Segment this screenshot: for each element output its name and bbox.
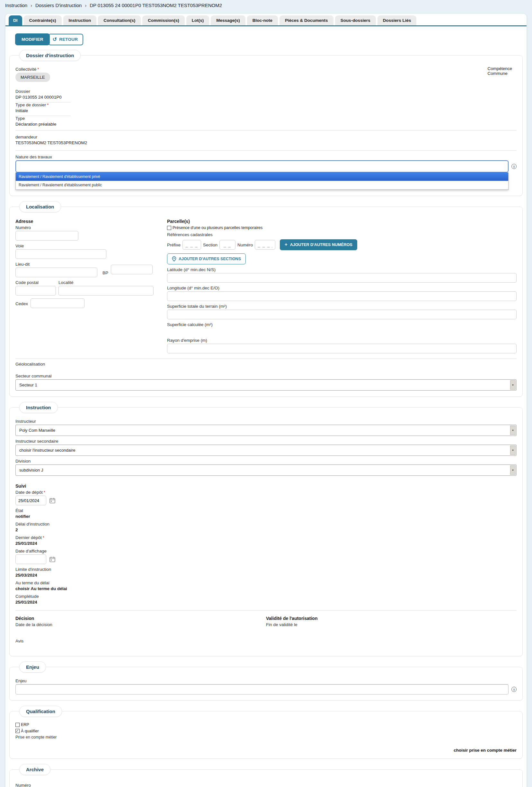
tab-lots[interactable]: Lot(s) xyxy=(186,16,210,25)
numero-input[interactable] xyxy=(16,231,78,240)
chevron-down-icon[interactable] xyxy=(510,446,516,455)
longitude-label: Longitude (d° min.dec E/O) xyxy=(167,285,516,291)
tab-dossiers-lies[interactable]: Dossiers Liés xyxy=(378,16,417,25)
chevron-down-icon[interactable] xyxy=(510,426,516,435)
lieu-dit-label: Lieu-dit xyxy=(16,262,97,267)
fieldset-enjeu-legend: Enjeu xyxy=(19,661,46,673)
modifier-button[interactable]: MODIFIER xyxy=(15,34,50,45)
fieldset-qualification: Qualification ERP À qualifier Prise en c… xyxy=(9,706,523,759)
parcelles-temporaires-checkbox[interactable] xyxy=(167,226,171,230)
latitude-label: Latitude (d° min.dec N/S) xyxy=(167,267,516,272)
delai-instruction-value: 2 xyxy=(16,528,516,532)
erp-checkbox[interactable] xyxy=(16,723,20,727)
date-affichage-label: Date d'affichage xyxy=(16,549,516,553)
tab-commissions[interactable]: Commission(s) xyxy=(142,16,185,25)
date-affichage-input[interactable] xyxy=(16,554,46,564)
nature-travaux-suggestions: Ravalement / Ravalement d'établissement … xyxy=(16,172,509,190)
localite-input[interactable] xyxy=(59,286,153,296)
rayon-emprise-input[interactable] xyxy=(167,344,516,353)
undo-icon xyxy=(53,37,57,42)
section-input[interactable] xyxy=(219,240,235,250)
latitude-input[interactable] xyxy=(167,273,516,283)
cedex-input[interactable] xyxy=(30,298,85,308)
instructeur-secondaire-select[interactable]: choisir l'instructeur secondaire xyxy=(16,445,516,456)
demandeur-label: demandeur xyxy=(16,134,516,140)
type-value: Déclaration préalable xyxy=(16,122,516,127)
etat-label: État xyxy=(16,508,516,513)
fieldset-archive: Archive Numéro xyxy=(9,764,523,787)
tab-contraintes[interactable]: Contrainte(s) xyxy=(24,16,62,25)
instructeur-select[interactable]: Poly Com Marseille xyxy=(16,425,516,436)
retour-button[interactable]: RETOUR xyxy=(48,34,84,45)
references-cadastrales-label: Références cadastrales xyxy=(167,232,516,237)
secteur-communal-select[interactable]: Secteur 1 xyxy=(16,379,516,390)
type-dossier-label: Type de dossier* xyxy=(16,103,516,107)
competence-label: Compétence xyxy=(487,66,512,71)
date-decision-label: Date de la décision xyxy=(16,622,266,627)
breadcrumb-item-instruction[interactable]: Instruction xyxy=(5,3,27,8)
collectivite-value-badge: MARSEILLE xyxy=(16,72,50,82)
tab-bar: DI Contrainte(s) Instruction Consultatio… xyxy=(5,14,527,26)
division-select[interactable]: subdivision J xyxy=(16,465,516,476)
ajouter-numeros-button[interactable]: AJOUTER D'AUTRES NUMÉROS xyxy=(280,239,357,250)
prefixe-input[interactable] xyxy=(183,240,201,250)
tab-messages[interactable]: Message(s) xyxy=(211,16,246,25)
superficie-totale-input[interactable] xyxy=(167,310,516,319)
chevron-down-icon[interactable] xyxy=(510,465,516,475)
prefixe-label: Préfixe xyxy=(167,242,180,247)
tab-instruction[interactable]: Instruction xyxy=(63,16,97,25)
fieldset-localisation-legend: Localisation xyxy=(19,201,61,212)
calendar-icon[interactable] xyxy=(49,556,56,562)
info-icon[interactable] xyxy=(511,687,516,692)
a-qualifier-row: À qualifier xyxy=(16,728,516,734)
calendar-icon[interactable] xyxy=(49,497,56,504)
voie-label: Voie xyxy=(16,243,161,248)
lieu-dit-input[interactable] xyxy=(16,268,97,277)
chevron-down-icon[interactable] xyxy=(510,380,516,390)
required-marker: * xyxy=(44,490,45,495)
longitude-input[interactable] xyxy=(167,291,516,301)
chevron-right-icon: › xyxy=(30,3,32,8)
type-label: Type xyxy=(16,116,516,121)
suggestion-item[interactable]: Ravalement / Ravalement d'établissement … xyxy=(16,181,508,190)
tab-bloc-note[interactable]: Bloc-note xyxy=(247,16,278,25)
tab-sous-dossiers[interactable]: Sous-dossiers xyxy=(335,16,376,25)
enjeu-label: Enjeu xyxy=(16,678,516,683)
plus-icon xyxy=(285,242,288,247)
date-depot-input[interactable] xyxy=(16,496,46,505)
adresse-title: Adresse xyxy=(16,219,161,224)
superficie-totale-label: Superficie totale du terrain (m²) xyxy=(167,304,516,309)
numero-parcelle-label: Numéro xyxy=(237,242,253,247)
tab-pieces-documents[interactable]: Pièces & Documents xyxy=(279,16,334,25)
a-qualifier-checkbox[interactable] xyxy=(16,729,20,733)
suivi-title: Suivi xyxy=(16,484,516,489)
bp-input[interactable] xyxy=(111,265,153,274)
numero-parcelle-input[interactable] xyxy=(255,240,275,250)
code-postal-input[interactable] xyxy=(16,286,56,296)
location-pin-icon xyxy=(172,256,176,261)
delai-instruction-label: Délai d'instruction xyxy=(16,522,516,527)
tab-consultations[interactable]: Consultation(s) xyxy=(98,16,141,25)
avis-label: Avis xyxy=(16,639,266,643)
breadcrumb-item-current: DP 013055 24 00001P0 TEST053NOM2 TEST053… xyxy=(90,3,222,8)
nature-travaux-input[interactable] xyxy=(16,160,509,172)
tab-di[interactable]: DI xyxy=(9,16,22,25)
fieldset-dossier-instruction-legend: Dossier d'instruction xyxy=(19,50,81,61)
ajouter-sections-button[interactable]: AJOUTER D'AUTRES SECTIONS xyxy=(167,253,246,264)
division-value: subdivision J xyxy=(19,468,43,472)
breadcrumb-item-dossiers[interactable]: Dossiers D'instruction xyxy=(35,3,82,8)
limite-instruction-label: Limite d'instruction xyxy=(16,567,516,572)
a-qualifier-label: À qualifier xyxy=(21,728,39,734)
suggestion-item[interactable]: Ravalement / Ravalement d'établissement … xyxy=(16,172,508,181)
superficie-calculee-label: Superficie calculée (m²) xyxy=(167,322,516,327)
code-postal-label: Code postal xyxy=(16,280,56,285)
enjeu-input[interactable] xyxy=(16,684,509,695)
secteur-communal-label: Secteur communal xyxy=(16,374,516,378)
limite-instruction-value: 25/03/2024 xyxy=(16,573,516,578)
voie-input[interactable] xyxy=(16,249,106,259)
info-icon[interactable] xyxy=(511,164,516,169)
numero-label: Numéro xyxy=(16,225,161,230)
division-label: Division xyxy=(16,459,516,464)
divider xyxy=(16,359,516,359)
archive-numero-label: Numéro xyxy=(16,783,516,787)
